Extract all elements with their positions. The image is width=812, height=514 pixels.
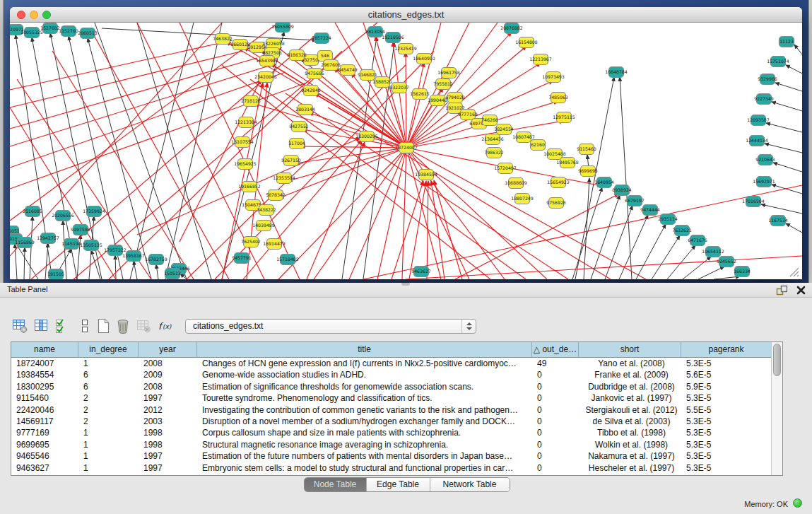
table-row[interactable]: 969969511998Structural magnetic resonanc… [11, 439, 772, 450]
table-cell[interactable]: 0 [532, 369, 579, 380]
table-cell[interactable]: 0 [532, 439, 579, 450]
edge[interactable] [402, 148, 406, 279]
edge[interactable] [300, 146, 406, 148]
graph-node[interactable]: 14039489 [252, 221, 275, 231]
table-header-row[interactable]: namein_degreeyeartitle△ out_de…shortpage… [11, 342, 772, 358]
table-cell[interactable]: 1 [78, 450, 139, 462]
graph-node[interactable]: 8322037 [389, 83, 409, 93]
graph-node[interactable]: 2935114 [658, 214, 678, 225]
edge[interactable] [295, 148, 406, 163]
table-cell[interactable]: 1997 [139, 392, 197, 404]
table-vertical-scrollbar[interactable] [771, 342, 782, 475]
table-cell[interactable]: Estimation of significance thresholds fo… [197, 381, 532, 392]
table-cell[interactable]: 9465546 [11, 450, 78, 462]
table-cell[interactable]: Stergiakouli et al. (2012) [579, 404, 681, 416]
edge[interactable] [406, 148, 469, 279]
edge[interactable] [187, 65, 406, 279]
tab-node-table[interactable]: Node Table [305, 478, 367, 491]
graph-node[interactable]: 17359924 [83, 206, 105, 217]
table-row[interactable]: 1938455462009Genome-wide association stu… [11, 369, 772, 380]
table-row[interactable]: 1456911722003Disruption of a novel membe… [11, 416, 772, 427]
tab-network-table[interactable]: Network Table [430, 478, 510, 491]
graph-node[interactable]: 9475685 [305, 69, 324, 79]
scrollbar-thumb[interactable] [773, 344, 781, 376]
graph-node[interactable]: 16961758 [437, 68, 460, 78]
edge[interactable] [765, 144, 802, 153]
edge[interactable] [620, 77, 632, 279]
edge[interactable] [794, 45, 802, 54]
graph-node[interactable]: 10973493 [542, 72, 565, 83]
graph-node[interactable]: 7632621 [672, 226, 692, 236]
edge[interactable] [406, 52, 406, 148]
table-cell[interactable]: 18300295 [11, 381, 78, 392]
graph-node[interactable]: 18807249 [511, 194, 534, 204]
table-cell[interactable]: 0 [532, 416, 579, 427]
graph-node[interactable]: 12325419 [394, 44, 417, 54]
graph-node[interactable]: 5878342 [266, 190, 286, 201]
table-cell[interactable]: 5.3E-5 [681, 427, 772, 438]
graph-node[interactable]: 317004 [288, 139, 305, 149]
graph-node[interactable]: 17016504 [742, 197, 765, 207]
graph-node[interactable]: 7625402 [241, 237, 261, 247]
table-settings-icon[interactable] [11, 317, 28, 334]
graph-node[interactable]: 16154808 [515, 37, 538, 48]
edge[interactable] [10, 83, 307, 189]
column-header-3[interactable]: year [139, 342, 197, 358]
table-cell[interactable]: 5.3E-5 [681, 392, 772, 404]
graph-node[interactable]: 7857224 [312, 33, 331, 44]
table-cell[interactable]: Disruption of a novel member of a sodium… [197, 416, 532, 427]
graph-node[interactable]: 12942757 [37, 233, 59, 244]
table-cell[interactable]: 2012 [139, 404, 197, 416]
graph-node[interactable]: 23420046 [254, 72, 277, 83]
table-cell[interactable]: 5.3E-5 [681, 462, 772, 474]
graph-node[interactable]: 18300295 [355, 132, 378, 142]
graph-node[interactable]: 1640954 [594, 177, 614, 188]
column-header-2[interactable]: in_degree [78, 342, 139, 358]
edge[interactable] [10, 107, 116, 279]
table-cell[interactable]: 0 [532, 462, 579, 474]
table-cell[interactable]: Wolkin et al. (1998) [579, 439, 681, 450]
graph-node[interactable]: 150513 [164, 269, 181, 279]
graph-node[interactable]: 8186328 [287, 50, 307, 61]
function-builder-icon[interactable]: f(x) [157, 317, 174, 334]
graph-node[interactable]: 3824554 [494, 124, 514, 135]
column-header-7[interactable]: pagerank [681, 342, 772, 358]
edge[interactable] [772, 102, 802, 111]
graph-node[interactable]: 6471676 [688, 235, 707, 246]
graph-node[interactable]: 10055325 [20, 28, 43, 38]
table-row[interactable]: 911546021997Tourette syndrome. Phenomeno… [11, 392, 772, 404]
node-attribute-table[interactable]: namein_degreeyeartitle△ out_de…shortpage… [11, 341, 783, 476]
graph-node[interactable]: 2718126 [241, 96, 261, 107]
table-cell[interactable]: Hescheler et al. (1997) [579, 462, 681, 474]
graph-node[interactable]: 15718485 [276, 255, 299, 265]
table-cell[interactable]: 9115460 [11, 392, 78, 404]
graph-node[interactable]: 16914479 [263, 239, 286, 250]
edge[interactable] [698, 267, 724, 279]
network-view-canvas[interactable]: 1872400718300295193845547463822866012859… [10, 23, 802, 279]
graph-node[interactable]: 9197588 [71, 225, 90, 235]
table-cell[interactable]: Investigating the contribution of common… [197, 404, 532, 416]
table-cell[interactable]: 9777169 [11, 427, 78, 438]
table-row[interactable]: 1872400712008Changes of HCN gene express… [11, 358, 772, 369]
graph-node[interactable]: 19384554 [415, 170, 437, 180]
graph-node[interactable]: 16648784 [605, 67, 628, 78]
graph-node[interactable]: 15692971 [753, 177, 775, 187]
table-row[interactable]: 2242004622012Investigating the contribut… [11, 404, 772, 416]
table-cell[interactable]: 2009 [139, 369, 197, 380]
edge[interactable] [307, 142, 365, 279]
table-cell[interactable]: de Silva et al. (2003) [579, 416, 681, 427]
edge[interactable] [683, 257, 711, 279]
graph-node[interactable]: 20876882 [500, 23, 523, 34]
table-cell[interactable]: 0 [532, 381, 579, 392]
edge[interactable] [761, 204, 802, 214]
column-header-4[interactable]: title [197, 342, 532, 358]
graph-node[interactable]: 18724007 [395, 143, 418, 153]
table-cell[interactable]: 2003 [139, 416, 197, 427]
table-cell[interactable]: 0 [532, 427, 579, 438]
memory-status-indicator[interactable] [793, 498, 802, 508]
table-cell[interactable]: 1 [78, 439, 139, 450]
table-cell[interactable]: 0 [532, 404, 579, 416]
graph-node[interactable]: 7955812 [433, 79, 453, 90]
new-table-icon[interactable] [95, 317, 112, 334]
network-window[interactable]: citations_edges.txt 18724007183002951938… [10, 7, 802, 279]
